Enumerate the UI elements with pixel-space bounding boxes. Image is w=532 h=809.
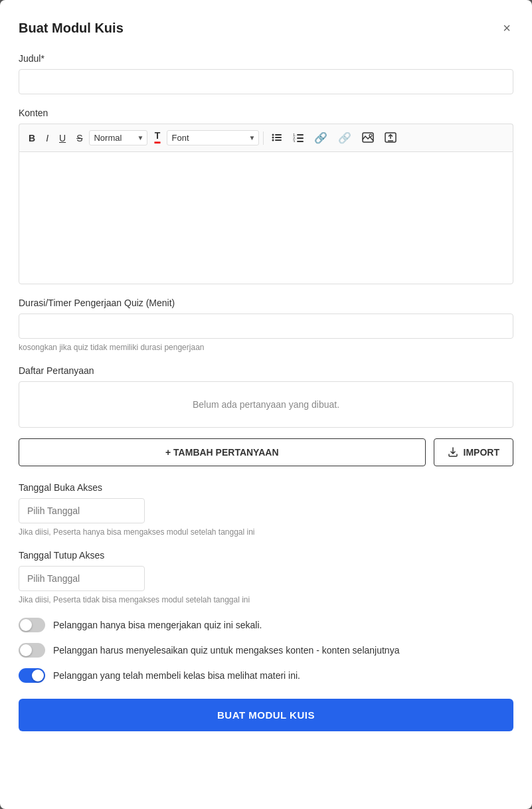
- toggle-selesai-label: Pelanggan harus menyelesaikan quiz untuk…: [53, 645, 399, 656]
- tanggal-tutup-section: Tanggal Tutup Akses Jika diisi, Peserta …: [19, 550, 513, 604]
- tanggal-tutup-hint: Jika diisi, Peserta tidak bisa mengakses…: [19, 595, 513, 604]
- format-select[interactable]: Normal Heading 1 Heading 2 Heading 3: [89, 130, 147, 145]
- svg-rect-9: [297, 137, 304, 139]
- svg-rect-7: [297, 134, 304, 135]
- close-button[interactable]: ×: [500, 19, 513, 37]
- toggle-row-sekali: Pelanggan hanya bisa mengerjakan quiz in…: [19, 618, 513, 632]
- toggle-row-beli: Pelanggan yang telah membeli kelas bisa …: [19, 668, 513, 683]
- import-icon: [448, 447, 458, 458]
- upload-image-button[interactable]: [381, 130, 400, 147]
- judul-label: Judul*: [19, 53, 513, 64]
- durasi-input[interactable]: [19, 314, 513, 339]
- svg-rect-1: [275, 134, 282, 135]
- svg-rect-11: [297, 141, 304, 142]
- toggle-beli-label: Pelanggan yang telah membeli kelas bisa …: [53, 670, 300, 681]
- toggle-selesai[interactable]: [19, 643, 45, 658]
- svg-text:3.: 3.: [293, 139, 296, 142]
- modal-title: Buat Modul Kuis: [19, 21, 124, 36]
- svg-point-13: [369, 134, 372, 137]
- submit-button[interactable]: BUAT MODUL KUIS: [19, 699, 513, 731]
- bold-button[interactable]: B: [25, 131, 39, 145]
- tanggal-tutup-label: Tanggal Tutup Akses: [19, 550, 513, 561]
- judul-section: Judul*: [19, 53, 513, 94]
- toggle-beli[interactable]: [19, 668, 45, 683]
- durasi-label: Durasi/Timer Pengerjaan Quiz (Menit): [19, 298, 513, 308]
- import-button[interactable]: IMPORT: [434, 438, 513, 466]
- toggle-sekali-slider: [19, 618, 45, 632]
- judul-input[interactable]: [19, 69, 513, 94]
- svg-point-4: [272, 139, 274, 141]
- strikethrough-button[interactable]: S: [72, 131, 86, 145]
- font-select[interactable]: Font Arial Times New Roman Courier New: [167, 130, 259, 145]
- tanggal-buka-input[interactable]: [19, 498, 145, 523]
- link-button[interactable]: 🔗: [310, 130, 331, 146]
- daftar-pertanyaan-section: Daftar Pertanyaan Belum ada pertanyaan y…: [19, 365, 513, 466]
- durasi-hint: kosongkan jika quiz tidak memiliki duras…: [19, 343, 513, 352]
- underline-button[interactable]: U: [55, 131, 70, 145]
- tambah-pertanyaan-button[interactable]: + TAMBAH PERTANYAAN: [19, 438, 426, 466]
- svg-rect-5: [275, 139, 282, 141]
- konten-section: Konten B I U S Normal Heading 1 Heading …: [19, 108, 513, 284]
- action-row: + TAMBAH PERTANYAAN IMPORT: [19, 438, 513, 466]
- embed-image-button[interactable]: [358, 130, 378, 147]
- modal-buat-modul-kuis: Buat Modul Kuis × Judul* Konten B I U S …: [0, 0, 532, 809]
- svg-point-2: [272, 136, 274, 138]
- konten-label: Konten: [19, 108, 513, 118]
- italic-button[interactable]: I: [42, 131, 52, 145]
- tanggal-buka-hint: Jika diisi, Peserta hanya bisa mengakses…: [19, 527, 513, 537]
- ordered-list-button[interactable]: 1. 2. 3.: [289, 130, 308, 146]
- tanggal-tutup-input[interactable]: [19, 566, 145, 591]
- svg-point-0: [272, 134, 274, 135]
- toggle-beli-slider: [19, 668, 45, 683]
- toggle-sekali-label: Pelanggan hanya bisa mengerjakan quiz in…: [53, 620, 262, 630]
- tanggal-buka-section: Tanggal Buka Akses Jika diisi, Peserta h…: [19, 482, 513, 537]
- daftar-pertanyaan-label: Daftar Pertanyaan: [19, 365, 513, 376]
- format-select-wrapper: Normal Heading 1 Heading 2 Heading 3 ▼: [89, 130, 147, 145]
- toggle-selesai-slider: [19, 643, 45, 658]
- modal-header: Buat Modul Kuis ×: [19, 19, 513, 37]
- toggle-sekali[interactable]: [19, 618, 45, 632]
- toggle-row-selesai: Pelanggan harus menyelesaikan quiz untuk…: [19, 643, 513, 658]
- questions-empty-text: Belum ada pertanyaan yang dibuat.: [193, 399, 339, 410]
- unordered-list-button[interactable]: [268, 130, 286, 146]
- unlink-button[interactable]: 🔗: [334, 130, 355, 146]
- tanggal-buka-label: Tanggal Buka Akses: [19, 482, 513, 493]
- svg-rect-3: [275, 137, 282, 138]
- content-editor[interactable]: [19, 151, 513, 284]
- toolbar-divider-1: [263, 132, 264, 145]
- font-select-wrapper: Font Arial Times New Roman Courier New ▼: [167, 130, 259, 145]
- questions-empty-state: Belum ada pertanyaan yang dibuat.: [19, 381, 513, 428]
- tambah-pertanyaan-label: + TAMBAH PERTANYAAN: [165, 447, 278, 458]
- durasi-section: Durasi/Timer Pengerjaan Quiz (Menit) kos…: [19, 298, 513, 352]
- import-label: IMPORT: [464, 447, 499, 458]
- toggles-section: Pelanggan hanya bisa mengerjakan quiz in…: [19, 618, 513, 683]
- editor-toolbar: B I U S Normal Heading 1 Heading 2 Headi…: [19, 124, 513, 151]
- text-color-button[interactable]: T▬: [150, 128, 164, 147]
